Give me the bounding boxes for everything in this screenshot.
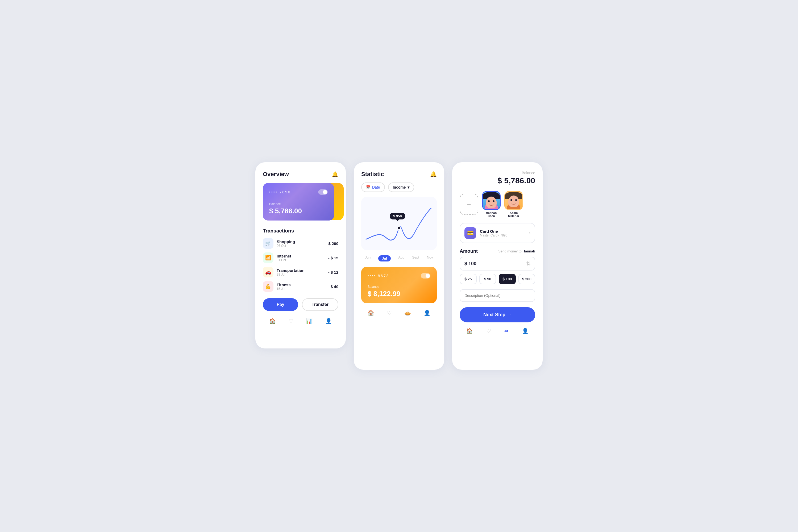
heart-icon[interactable]: ♡ xyxy=(289,318,293,324)
home-icon[interactable]: 🏠 xyxy=(466,328,473,334)
tx-amount: - $ 200 xyxy=(326,241,338,246)
amount-header: Amount Send money to Hannah xyxy=(460,248,535,254)
chart-label-nov: Nov xyxy=(427,255,433,262)
transport-icon: 🚗 xyxy=(263,267,273,278)
home-icon[interactable]: 🏠 xyxy=(269,318,276,324)
internet-icon: 📶 xyxy=(263,252,273,263)
screens-container: Overview 🔔 •••• 7890 Balance $ 5,786.00 … xyxy=(240,162,558,370)
stepper-arrows[interactable]: ⇅ xyxy=(526,261,531,267)
chevron-down-icon: ▾ xyxy=(407,185,410,189)
card-number: •••• 7890 xyxy=(269,190,291,194)
shopping-icon: 🛒 xyxy=(263,238,273,249)
transaction-list: 🛒 Shopping 06 Oct - $ 200 📶 Internet 01 … xyxy=(263,238,338,292)
next-step-button[interactable]: Next Step → xyxy=(460,307,535,322)
recipient-hannah[interactable] xyxy=(482,191,500,210)
send-to-name: Hannah xyxy=(522,249,535,253)
chart-tooltip: $ 950 xyxy=(390,213,405,220)
date-filter[interactable]: 📅 Date xyxy=(361,183,385,192)
hannah-name: HannahChen xyxy=(486,211,497,217)
home-icon[interactable]: 🏠 xyxy=(367,310,374,316)
bell-icon[interactable]: 🔔 xyxy=(430,171,437,177)
preset-200[interactable]: $ 200 xyxy=(518,274,535,284)
filter-row: 📅 Date Income ▾ xyxy=(361,183,437,192)
transfer-icon[interactable]: ⇔ xyxy=(504,328,509,334)
line-chart xyxy=(363,202,433,248)
orange-card-number-row: •••• 8678 xyxy=(367,273,431,279)
card-balance-label: Balance xyxy=(269,202,328,206)
orange-card: •••• 8678 Balance $ 8,122.99 xyxy=(361,267,437,303)
bell-icon[interactable]: 🔔 xyxy=(332,171,338,177)
tx-date: 01 Oct xyxy=(277,258,291,262)
calendar-icon: 📅 xyxy=(366,185,370,189)
amount-label: Amount xyxy=(460,248,478,254)
tx-amount: - $ 12 xyxy=(328,270,338,274)
card-selector[interactable]: 💳 Card One Master Card - 7890 › xyxy=(460,223,535,243)
chart-icon[interactable]: 📊 xyxy=(306,318,312,324)
orange-balance-amount: $ 8,122.99 xyxy=(367,290,431,298)
tx-date: 15 Jul xyxy=(277,287,291,291)
balance-amount: $ 5,786.00 xyxy=(460,176,535,185)
preset-100[interactable]: $ 100 xyxy=(499,274,516,284)
preset-50[interactable]: $ 50 xyxy=(479,274,496,284)
profile-icon[interactable]: 👤 xyxy=(522,328,529,334)
add-recipient-button[interactable]: + xyxy=(460,194,478,215)
adam-name: AdamMiller Jr xyxy=(508,211,519,217)
chart-label-aug: Aug xyxy=(398,255,404,262)
table-row: 🚗 Transportation 28 Jul - $ 12 xyxy=(263,267,338,278)
amount-section: Amount Send money to Hannah ⇅ $ 25 $ 50 … xyxy=(460,248,535,284)
amount-presets: $ 25 $ 50 $ 100 $ 200 xyxy=(460,274,535,284)
tx-name: Internet xyxy=(277,254,291,258)
heart-icon[interactable]: ♡ xyxy=(387,310,392,316)
send-to-label: Send money to Hannah xyxy=(498,249,535,253)
statistic-title: Statistic xyxy=(361,171,384,178)
chart-label-jul[interactable]: Jul xyxy=(378,255,391,262)
chart-label-jun: Jun xyxy=(365,255,370,262)
income-filter[interactable]: Income ▾ xyxy=(388,183,414,192)
card-number-row: •••• 7890 xyxy=(269,189,328,195)
recipient-adam[interactable] xyxy=(504,191,523,210)
recipient-row: + xyxy=(460,191,535,217)
tx-name: Transportation xyxy=(277,268,305,273)
card-balance-amount: $ 5,786.00 xyxy=(269,207,328,215)
pay-button[interactable]: Pay xyxy=(263,298,298,311)
send-money-bottom-nav: 🏠 ♡ ⇔ 👤 xyxy=(460,328,535,334)
card-icon: 💳 xyxy=(464,227,476,239)
orange-card-number: •••• 8678 xyxy=(367,274,390,278)
orange-toggle[interactable] xyxy=(421,273,431,279)
card-name: Card One xyxy=(480,229,529,233)
profile-icon[interactable]: 👤 xyxy=(424,310,431,316)
tx-date: 06 Oct xyxy=(277,244,295,248)
action-buttons: Pay Transfer xyxy=(263,298,338,311)
card-toggle[interactable] xyxy=(318,189,328,195)
heart-icon[interactable]: ♡ xyxy=(486,328,491,334)
date-label: Date xyxy=(372,185,380,189)
chevron-right-icon: › xyxy=(529,230,530,236)
transfer-button[interactable]: Transfer xyxy=(302,298,338,311)
overview-title: Overview xyxy=(263,171,289,178)
tx-name: Fitness xyxy=(277,283,291,287)
bottom-nav: 🏠 ♡ 📊 👤 xyxy=(263,316,338,324)
card-sub: Master Card - 7890 xyxy=(480,233,529,237)
screen-overview: Overview 🔔 •••• 7890 Balance $ 5,786.00 … xyxy=(255,162,346,348)
amount-input[interactable] xyxy=(464,261,526,267)
profile-icon[interactable]: 👤 xyxy=(325,318,332,324)
amount-input-row: ⇅ xyxy=(460,257,535,270)
tx-amount: - $ 15 xyxy=(328,255,338,260)
statistic-header: Statistic 🔔 xyxy=(361,171,437,178)
balance-label: Balance xyxy=(460,171,535,175)
statistic-bottom-nav: 🏠 ♡ 🥧 👤 xyxy=(361,303,437,316)
chart-x-axis: Jun Jul Aug Sept Nov xyxy=(361,253,437,262)
tx-amount: - $ 40 xyxy=(328,284,338,289)
overview-header: Overview 🔔 xyxy=(263,171,338,178)
screen-statistic: Statistic 🔔 📅 Date Income ▾ $ 950 xyxy=(354,162,444,370)
tx-date: 28 Jul xyxy=(277,273,305,277)
credit-card: •••• 7890 Balance $ 5,786.00 xyxy=(263,183,334,221)
pie-icon[interactable]: 🥧 xyxy=(404,310,411,316)
fitness-icon: 💪 xyxy=(263,281,273,292)
income-label: Income xyxy=(393,185,406,189)
chart-container: $ 950 xyxy=(361,197,437,250)
svg-point-1 xyxy=(398,226,400,230)
preset-25[interactable]: $ 25 xyxy=(460,274,477,284)
table-row: 💪 Fitness 15 Jul - $ 40 xyxy=(263,281,338,292)
description-input[interactable] xyxy=(460,289,535,302)
